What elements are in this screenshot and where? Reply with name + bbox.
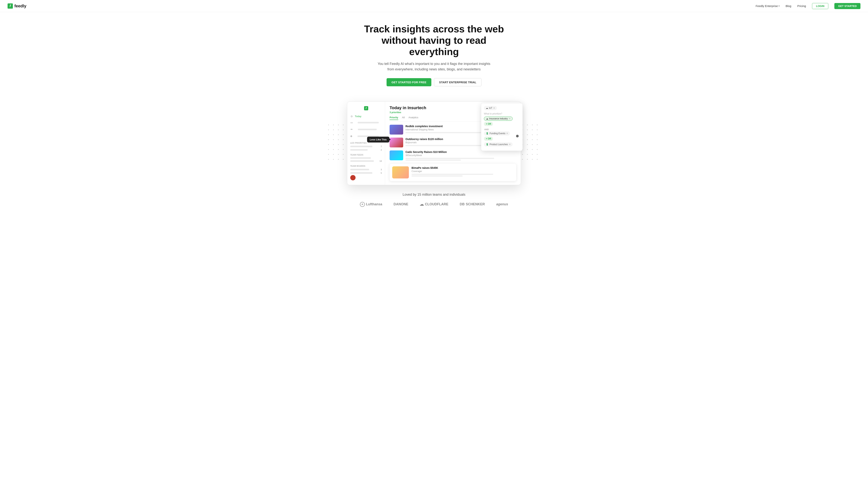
sidebar-board-2[interactable]: 5 bbox=[347, 171, 385, 175]
sidebar-item-3[interactable]: ✏ bbox=[347, 126, 385, 133]
product-mockup: ⊙ Today ▭ ✏ ⊕ LEO PRIORITIES 7 bbox=[343, 102, 525, 185]
chip-icon: ☁ bbox=[486, 117, 488, 120]
highlighted-info: BimaPe raises $545K Coverager bbox=[411, 166, 514, 177]
highlighted-article[interactable]: BimaPe raises $545K Coverager bbox=[390, 164, 516, 181]
funding-chip-close[interactable]: ✕ bbox=[506, 132, 508, 135]
team-boards-label: TEAM BOARDS bbox=[347, 163, 385, 168]
tab-analytics[interactable]: Analytics bbox=[408, 116, 418, 120]
logos-title: Loved by 15 million teams and individual… bbox=[4, 193, 864, 197]
team-feeds-label: TEAM FEEDS bbox=[347, 151, 385, 157]
tab-priority[interactable]: Priority bbox=[390, 116, 398, 120]
get-started-free-button[interactable]: GET STARTED FOR FREE bbox=[386, 78, 431, 86]
cloudflare-icon: ☁ bbox=[420, 202, 424, 207]
nav-links: Feedly Enterprise ▾ Blog Pricing LOGIN G… bbox=[755, 3, 861, 9]
highlighted-thumbnail bbox=[392, 166, 409, 178]
article-bar bbox=[405, 145, 494, 146]
insurance-chip-close[interactable]: ✕ bbox=[509, 117, 510, 120]
insurance-industry-chip[interactable]: ☁ Insurance industry ✕ bbox=[484, 117, 513, 121]
filter-iot-tag[interactable]: ☁ IoT ✕ bbox=[484, 106, 497, 110]
nav-blog[interactable]: Blog bbox=[785, 4, 791, 7]
logo-agenus: agenus bbox=[496, 202, 508, 206]
start-enterprise-trial-button[interactable]: START ENTERPRISE TRIAL bbox=[434, 78, 482, 86]
filter-funding-row: 💲 Funding Events ✕ + OR bbox=[484, 131, 520, 141]
article-bar-2 bbox=[405, 160, 461, 161]
sidebar-team-feed-1[interactable] bbox=[347, 157, 385, 159]
hero-subtext: You tell Feedly AI what's important to y… bbox=[377, 61, 491, 72]
app-sidebar: ⊙ Today ▭ ✏ ⊕ LEO PRIORITIES 7 bbox=[347, 102, 385, 185]
sidebar-logo bbox=[347, 105, 385, 113]
funding-events-chip[interactable]: 💲 Funding Events ✕ bbox=[484, 131, 510, 136]
logo-cloudflare: ☁ CLOUDFLARE bbox=[420, 202, 448, 207]
lufthansa-label: Lufthansa bbox=[366, 202, 382, 206]
article-thumbnail bbox=[390, 150, 403, 160]
filter-question: What to prioritize? bbox=[484, 112, 520, 115]
chevron-down-icon: ▾ bbox=[779, 5, 779, 7]
article-title: Cado Security Raises $10 Million bbox=[405, 150, 516, 153]
article-bar bbox=[405, 132, 494, 133]
tab-all[interactable]: All bbox=[402, 116, 405, 120]
logo-db-schenker: DB SCHENKER bbox=[460, 202, 485, 206]
article-bar bbox=[405, 158, 494, 159]
leo-bar bbox=[350, 149, 368, 151]
article-thumbnail bbox=[390, 125, 403, 135]
sidebar-leo-item-2[interactable]: 2 bbox=[347, 148, 385, 151]
get-started-nav-button[interactable]: GET STARTED bbox=[834, 3, 861, 9]
article-bar-2 bbox=[411, 175, 463, 177]
less-like-this-tooltip[interactable]: Less Like This bbox=[367, 137, 390, 143]
chip-icon: 💲 bbox=[486, 143, 489, 146]
navbar: feedly Feedly Enterprise ▾ Blog Pricing … bbox=[0, 0, 868, 12]
article-bar bbox=[411, 174, 493, 175]
highlighted-source: Coverager bbox=[411, 170, 514, 173]
filter-popup: ☁ IoT ✕ What to prioritize? ☁ Insurance … bbox=[481, 103, 523, 151]
sidebar-board-1[interactable]: 3 bbox=[347, 168, 385, 171]
article-thumbnail bbox=[390, 138, 403, 147]
feed-content: Less Like This Today in Insurtech 3 prio… bbox=[385, 102, 521, 185]
lufthansa-icon: ✈ bbox=[360, 202, 365, 207]
product-launches-chip[interactable]: 💲 Product Launches ✕ bbox=[484, 142, 513, 146]
article-source: 36SecurityWeek bbox=[405, 154, 516, 157]
danone-label: DANONE bbox=[394, 202, 408, 206]
sidebar-today-item[interactable]: ⊙ Today bbox=[347, 113, 385, 119]
user-avatar[interactable] bbox=[350, 175, 355, 180]
placeholder-bar bbox=[358, 122, 379, 123]
add-or-button-2[interactable]: + OR bbox=[484, 137, 493, 141]
file-icon: ▭ bbox=[350, 121, 353, 124]
home-icon: ⊙ bbox=[350, 115, 353, 117]
nav-enterprise[interactable]: Feedly Enterprise ▾ bbox=[755, 4, 779, 7]
nav-pricing[interactable]: Pricing bbox=[797, 4, 806, 7]
cursor-pointer bbox=[516, 135, 519, 137]
logo-lufthansa: ✈ Lufthansa bbox=[360, 202, 382, 207]
placeholder-bar bbox=[358, 129, 377, 130]
filter-product-row: 💲 Product Launches ✕ bbox=[484, 142, 520, 146]
highlighted-title: BimaPe raises $545K bbox=[411, 166, 514, 169]
login-button[interactable]: LOGIN bbox=[812, 3, 828, 9]
filter-iot-close[interactable]: ✕ bbox=[493, 107, 495, 109]
board-bar bbox=[350, 172, 372, 174]
schenker-label: SCHENKER bbox=[466, 202, 485, 206]
sidebar-leo-item-1[interactable]: 7 bbox=[347, 145, 385, 148]
board-bar bbox=[350, 169, 369, 170]
feed-bar bbox=[350, 160, 374, 162]
hero-cta-buttons: GET STARTED FOR FREE START ENTERPRISE TR… bbox=[4, 78, 864, 86]
filter-insurance-row: ☁ Insurance industry ✕ + OR bbox=[484, 117, 520, 126]
article-info: Cado Security Raises $10 Million 36Secur… bbox=[405, 150, 516, 161]
leo-bar bbox=[350, 146, 372, 147]
filter-icon: ☁ bbox=[486, 107, 488, 109]
logo-text: feedly bbox=[14, 4, 27, 8]
logos-row: ✈ Lufthansa DANONE ☁ CLOUDFLARE DB SCHEN… bbox=[4, 202, 864, 207]
logo[interactable]: feedly bbox=[7, 3, 27, 9]
mockup-window: ⊙ Today ▭ ✏ ⊕ LEO PRIORITIES 7 bbox=[347, 102, 521, 185]
sidebar-team-feed-2[interactable]: 14 bbox=[347, 159, 385, 163]
agenus-label: agenus bbox=[496, 202, 508, 206]
logo-icon bbox=[7, 3, 13, 9]
and-label: AND bbox=[484, 127, 520, 131]
hero-section: Track insights across the web without ha… bbox=[0, 12, 868, 94]
edit-icon: ✏ bbox=[350, 128, 353, 131]
feed-bar bbox=[350, 157, 371, 159]
add-or-button[interactable]: + OR bbox=[484, 122, 493, 126]
hero-headline: Track insights across the web without ha… bbox=[356, 24, 512, 57]
sidebar-item-2[interactable]: ▭ bbox=[347, 119, 385, 126]
product-launches-close[interactable]: ✕ bbox=[509, 143, 511, 146]
db-icon: DB bbox=[460, 202, 465, 206]
article-item[interactable]: Cado Security Raises $10 Million 36Secur… bbox=[390, 150, 516, 161]
